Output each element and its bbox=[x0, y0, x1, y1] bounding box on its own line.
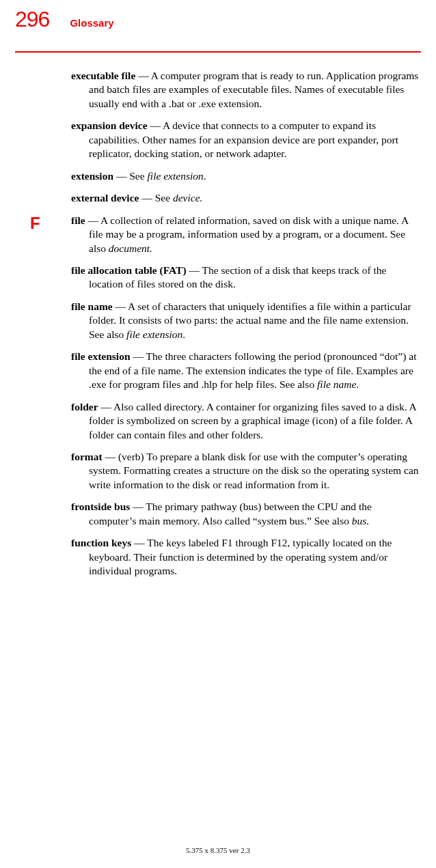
definition-pre: — See bbox=[113, 170, 148, 182]
definition: — (verb) To prepare a blank disk for use… bbox=[89, 451, 419, 490]
term: file extension bbox=[71, 350, 131, 362]
entry-executable-file: executable file — A computer program tha… bbox=[15, 69, 421, 111]
entry-file: file — A collection of related informati… bbox=[15, 214, 421, 255]
entry-frontside-bus: frontside bus — The primary pathway (bus… bbox=[15, 500, 421, 528]
definition: — A computer program that is ready to ru… bbox=[89, 70, 418, 109]
glossary-content: executable file — A computer program tha… bbox=[0, 53, 436, 578]
definition-post: . bbox=[204, 170, 206, 182]
letter-marker: F bbox=[30, 214, 40, 233]
entry-function-keys: function keys — The keys labeled F1 thro… bbox=[15, 536, 421, 578]
entry-external-device: external device — See device. bbox=[15, 191, 421, 205]
entry-extension: extension — See file extension. bbox=[15, 169, 421, 183]
entry-folder: folder — Also called directory. A contai… bbox=[15, 400, 421, 442]
definition-italic: device. bbox=[173, 192, 202, 204]
term: function keys bbox=[71, 537, 131, 548]
section-title: Glossary bbox=[70, 17, 113, 29]
term: folder bbox=[71, 401, 98, 412]
definition-italic: file name. bbox=[317, 378, 359, 390]
definition-italic: file extension bbox=[148, 170, 204, 182]
entry-expansion-device: expansion device — A device that connect… bbox=[15, 119, 421, 160]
definition: — Also called directory. A container for… bbox=[89, 401, 416, 440]
term: file name bbox=[71, 300, 113, 312]
definition-italic: bus. bbox=[352, 515, 369, 527]
page-header: 296 Glossary bbox=[0, 0, 436, 32]
definition: — The keys labeled F1 through F12, typic… bbox=[89, 537, 392, 576]
term: frontside bus bbox=[71, 501, 130, 512]
page-number: 296 bbox=[15, 7, 49, 32]
letter-section-f: F file — A collection of related informa… bbox=[15, 214, 421, 255]
entry-file-name: file name — A set of characters that uni… bbox=[15, 300, 421, 341]
term: extension bbox=[71, 170, 113, 182]
term: file bbox=[71, 214, 85, 226]
footer-text: 5.375 x 8.375 ver 2.3 bbox=[0, 846, 436, 854]
term: expansion device bbox=[71, 120, 148, 131]
term: format bbox=[71, 451, 103, 462]
definition-pre: — See bbox=[139, 192, 173, 204]
term: executable file bbox=[71, 70, 135, 81]
definition-pre: — The primary pathway (bus) between the … bbox=[89, 501, 372, 526]
entry-file-extension: file extension — The three characters fo… bbox=[15, 350, 421, 391]
entry-fat: file allocation table (FAT) — The sectio… bbox=[15, 264, 421, 292]
definition-italic: document. bbox=[109, 242, 152, 254]
definition-pre: — The three characters following the per… bbox=[89, 350, 416, 390]
definition-post: . bbox=[182, 328, 185, 340]
definition-italic: file extension bbox=[126, 328, 182, 340]
term: external device bbox=[71, 192, 139, 204]
term: file allocation table (FAT) bbox=[71, 264, 187, 276]
entry-format: format — (verb) To prepare a blank disk … bbox=[15, 450, 421, 492]
